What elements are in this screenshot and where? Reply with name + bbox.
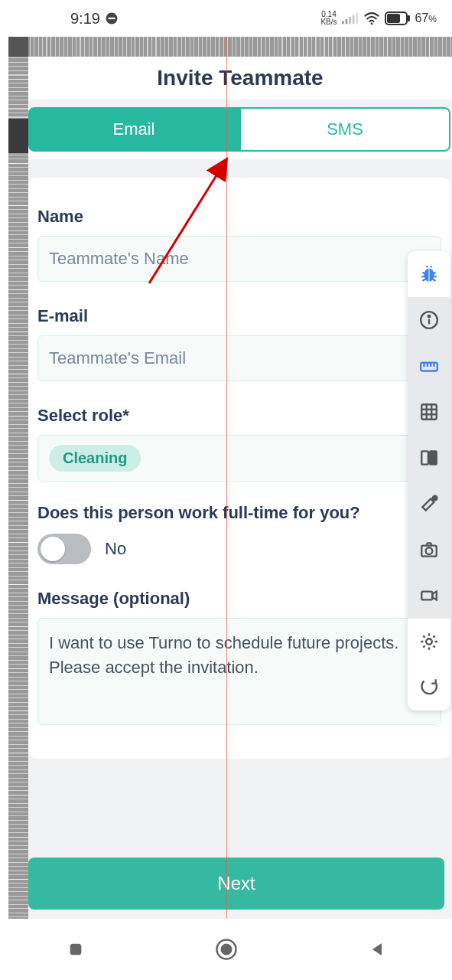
fulltime-toggle[interactable]	[37, 534, 91, 564]
fulltime-value: No	[105, 539, 126, 559]
battery-pct: 67%	[415, 11, 437, 25]
tool-info[interactable]	[408, 297, 450, 343]
tab-email[interactable]: Email	[28, 107, 239, 152]
ruler-vertical	[8, 37, 28, 919]
tool-camera[interactable]	[408, 527, 450, 573]
next-button[interactable]: Next	[28, 858, 444, 910]
nav-back[interactable]	[362, 934, 392, 965]
svg-line-19	[432, 279, 435, 281]
nav-recent[interactable]	[60, 934, 91, 965]
status-time: 9:19	[70, 10, 100, 28]
role-chip: Cleaning	[49, 445, 141, 472]
debug-tool-panel	[408, 251, 450, 710]
ruler-corner	[8, 37, 28, 57]
svg-rect-28	[421, 404, 437, 420]
svg-rect-1	[108, 18, 115, 19]
battery-icon	[385, 11, 411, 25]
tab-sms[interactable]: SMS	[239, 107, 450, 152]
tool-refresh[interactable]	[408, 665, 450, 710]
svg-rect-9	[408, 15, 410, 21]
tool-grid[interactable]	[408, 389, 450, 435]
app-header: Invite Teammate	[28, 57, 452, 100]
svg-rect-33	[421, 451, 428, 464]
message-textarea[interactable]	[37, 618, 441, 725]
status-bar: 9:19 0.14 KB/s 67%	[0, 0, 452, 37]
tool-bug[interactable]	[408, 251, 450, 297]
svg-rect-2	[342, 21, 344, 24]
page-title: Invite Teammate	[28, 66, 452, 90]
net-speed: 0.14 KB/s	[320, 11, 337, 26]
email-input[interactable]	[37, 335, 441, 381]
tool-split[interactable]	[408, 435, 450, 481]
app-screen: ‹ Invite Teammate Email SMS Name E-mail …	[28, 57, 452, 919]
dnd-icon	[105, 11, 119, 25]
android-nav-bar	[0, 919, 452, 980]
tool-video[interactable]	[408, 573, 450, 619]
svg-rect-38	[421, 592, 432, 600]
ruler-v-mark	[8, 119, 28, 153]
message-label: Message (optional)	[37, 589, 441, 609]
svg-rect-5	[352, 15, 354, 24]
name-input[interactable]	[37, 236, 441, 282]
ruler-horizontal	[8, 37, 452, 57]
svg-point-39	[426, 639, 432, 645]
svg-rect-34	[430, 451, 437, 464]
name-label: Name	[37, 207, 441, 227]
tool-settings[interactable]	[408, 619, 450, 665]
svg-point-22	[428, 315, 431, 318]
svg-rect-10	[387, 14, 400, 23]
svg-rect-6	[356, 13, 358, 24]
tool-ruler[interactable]	[408, 343, 450, 389]
signal-icon	[342, 12, 359, 24]
svg-line-18	[422, 279, 425, 281]
svg-rect-40	[70, 944, 81, 956]
svg-rect-4	[349, 17, 351, 24]
email-label: E-mail	[37, 306, 441, 326]
role-select[interactable]: Cleaning ⌄	[37, 435, 441, 482]
tool-dropper[interactable]	[408, 481, 450, 527]
svg-rect-3	[345, 19, 347, 24]
svg-point-35	[433, 496, 437, 500]
svg-point-7	[370, 23, 372, 25]
role-label: Select role*	[37, 406, 441, 426]
wifi-icon	[363, 11, 380, 25]
fulltime-question: Does this person work full-time for you?	[37, 503, 441, 523]
nav-home[interactable]	[211, 934, 242, 965]
svg-point-42	[221, 945, 231, 955]
svg-point-37	[426, 547, 433, 554]
invite-form-card: Name E-mail Select role* Cleaning ⌄ Does…	[28, 178, 450, 759]
invite-method-tabs: Email SMS	[28, 107, 452, 159]
